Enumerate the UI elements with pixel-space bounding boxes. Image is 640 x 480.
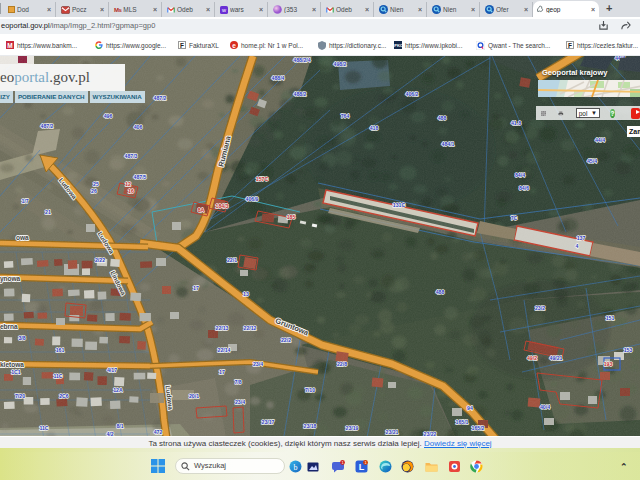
svg-text:b: b: [294, 463, 298, 472]
